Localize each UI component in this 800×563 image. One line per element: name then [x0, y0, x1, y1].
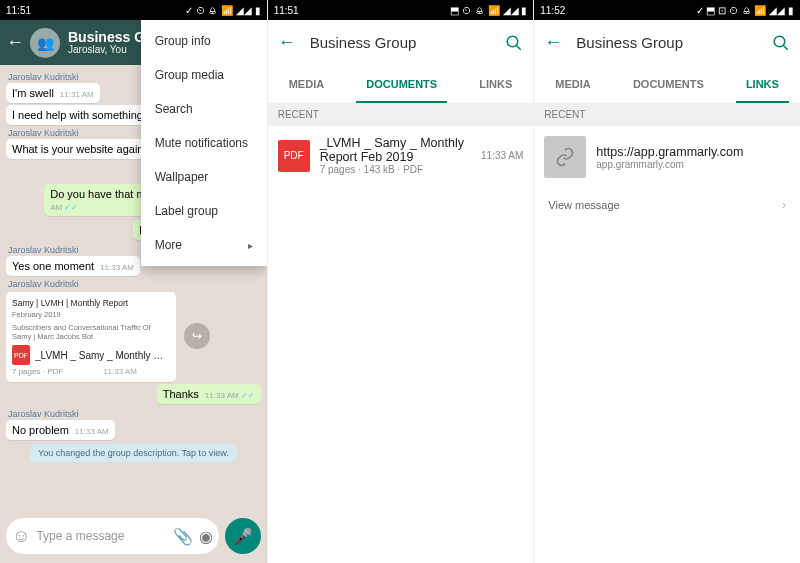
group-avatar[interactable]: 👥	[30, 28, 60, 58]
pdf-icon: PDF	[278, 140, 310, 172]
chevron-right-icon: ›	[782, 198, 786, 212]
link-title: https://app.grammarly.com	[596, 145, 790, 159]
status-icons: ✓ ⬒ ⊡ ⏲ 🕭 📶 ◢◢ ▮	[696, 5, 794, 16]
camera-icon[interactable]: ◉	[199, 527, 213, 546]
svg-point-2	[774, 36, 785, 47]
attach-icon[interactable]: 📎	[173, 527, 193, 546]
back-icon[interactable]: ←	[6, 32, 24, 53]
menu-wallpaper[interactable]: Wallpaper	[141, 160, 267, 194]
link-subtitle: app.grammarly.com	[596, 159, 790, 170]
section-header: RECENT	[268, 103, 534, 126]
svg-line-3	[783, 45, 788, 50]
input-placeholder: Type a message	[36, 529, 124, 543]
sender-name: Jaroslav Kudritski	[8, 279, 261, 289]
page-header: ← Business Group	[268, 20, 534, 65]
view-message-button[interactable]: View message ›	[534, 188, 800, 222]
composer: ☺ Type a message 📎 ◉ 🎤	[0, 515, 267, 563]
incoming-message[interactable]: I need help with something	[6, 105, 149, 125]
status-bar: 11:51 ✓ ⏲ 🕭 📶 ◢◢ ▮	[0, 0, 267, 20]
message-input[interactable]: ☺ Type a message 📎 ◉	[6, 518, 219, 554]
tab-links[interactable]: LINKS	[475, 65, 516, 103]
link-thumbnail	[544, 136, 586, 178]
back-icon[interactable]: ←	[278, 32, 296, 53]
incoming-message[interactable]: What is your website again?	[6, 139, 156, 159]
page-header: ← Business Group	[534, 20, 800, 65]
menu-more[interactable]: More▸	[141, 228, 267, 262]
read-ticks-icon: ✓✓	[241, 391, 255, 400]
tab-documents[interactable]: DOCUMENTS	[629, 65, 708, 103]
phone-2-documents: 11:51 ⬒ ⏲ 🕭 📶 ◢◢ ▮ ← Business Group MEDI…	[267, 0, 534, 563]
tab-bar: MEDIA DOCUMENTS LINKS	[534, 65, 800, 103]
pdf-icon: PDF	[12, 345, 30, 365]
phone-3-links: 11:52 ✓ ⬒ ⊡ ⏲ 🕭 📶 ◢◢ ▮ ← Business Group …	[533, 0, 800, 563]
status-icons: ✓ ⏲ 🕭 📶 ◢◢ ▮	[185, 5, 261, 16]
tab-media[interactable]: MEDIA	[551, 65, 594, 103]
incoming-message[interactable]: I'm swell11:31 AM	[6, 83, 100, 103]
document-attachment[interactable]: Samy | LVMH | Monthly Report February 20…	[6, 292, 176, 382]
phone-1-chat-with-menu: 11:51 ✓ ⏲ 🕭 📶 ◢◢ ▮ ← 👥 Business Group Ja…	[0, 0, 267, 563]
status-time: 11:51	[6, 5, 31, 16]
tab-links[interactable]: LINKS	[742, 65, 783, 103]
menu-group-info[interactable]: Group info	[141, 24, 267, 58]
sender-name: Jaroslav Kudritski	[8, 409, 261, 419]
page-title: Business Group	[310, 34, 506, 51]
status-bar: 11:52 ✓ ⬒ ⊡ ⏲ 🕭 📶 ◢◢ ▮	[534, 0, 800, 20]
menu-mute-notifications[interactable]: Mute notifications	[141, 126, 267, 160]
read-ticks-icon: ✓✓	[64, 203, 78, 212]
search-icon[interactable]	[505, 34, 523, 52]
mic-button[interactable]: 🎤	[225, 518, 261, 554]
tab-media[interactable]: MEDIA	[285, 65, 328, 103]
system-message[interactable]: You changed the group description. Tap t…	[30, 444, 237, 462]
forward-icon[interactable]: ↪	[184, 323, 210, 349]
section-header: RECENT	[534, 103, 800, 126]
tab-bar: MEDIA DOCUMENTS LINKS	[268, 65, 534, 103]
back-icon[interactable]: ←	[544, 32, 562, 53]
incoming-message[interactable]: Yes one moment11:33 AM	[6, 256, 140, 276]
status-time: 11:52	[540, 5, 565, 16]
status-icons: ⬒ ⏲ 🕭 📶 ◢◢ ▮	[450, 5, 527, 16]
document-name: _LVMH _ Samy _ Monthly Report Feb 2019	[320, 136, 481, 164]
search-icon[interactable]	[772, 34, 790, 52]
incoming-message[interactable]: No problem11:33 AM	[6, 420, 115, 440]
link-row[interactable]: https://app.grammarly.com app.grammarly.…	[534, 126, 800, 188]
document-row[interactable]: PDF _LVMH _ Samy _ Monthly Report Feb 20…	[268, 126, 534, 185]
document-meta: 7 pages · 143 kB · PDF	[320, 164, 481, 175]
svg-point-0	[508, 36, 519, 47]
status-bar: 11:51 ⬒ ⏲ 🕭 📶 ◢◢ ▮	[268, 0, 534, 20]
chevron-right-icon: ▸	[248, 240, 253, 251]
emoji-icon[interactable]: ☺	[12, 526, 30, 547]
menu-group-media[interactable]: Group media	[141, 58, 267, 92]
menu-label-group[interactable]: Label group	[141, 194, 267, 228]
tab-documents[interactable]: DOCUMENTS	[362, 65, 441, 103]
document-time: 11:33 AM	[481, 150, 523, 161]
page-title: Business Group	[576, 34, 772, 51]
outgoing-message[interactable]: Thanks11:33 AM✓✓	[157, 384, 261, 404]
menu-search[interactable]: Search	[141, 92, 267, 126]
svg-line-1	[517, 45, 522, 50]
status-time: 11:51	[274, 5, 299, 16]
overflow-menu: Group info Group media Search Mute notif…	[141, 20, 267, 266]
